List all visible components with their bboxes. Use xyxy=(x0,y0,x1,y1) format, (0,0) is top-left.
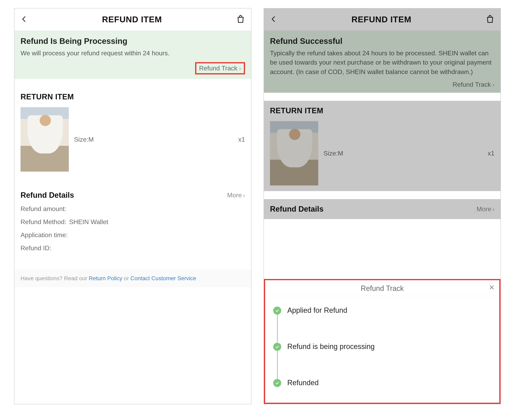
help-mid: or xyxy=(122,275,130,281)
refund-track-sheet: Refund Track ✕ Applied for Refund Refund… xyxy=(264,279,500,404)
track-connector xyxy=(277,315,278,343)
refund-details-more[interactable]: More › xyxy=(227,192,245,199)
refund-status-body: Typically the refund takes about 24 hour… xyxy=(270,48,494,76)
track-step-label: Applied for Refund xyxy=(287,306,491,315)
chevron-right-icon: › xyxy=(239,65,241,72)
back-button[interactable] xyxy=(270,15,277,23)
refund-details-section: Refund Details More › Refund amount: Ref… xyxy=(15,185,251,257)
track-step-label: Refund is being processing xyxy=(287,342,491,351)
page-title: REFUND ITEM xyxy=(102,15,162,24)
chevron-right-icon: › xyxy=(493,206,494,213)
app-header: REFUND ITEM xyxy=(264,8,500,30)
track-connector xyxy=(277,351,278,379)
item-quantity: x1 xyxy=(238,136,245,143)
shopping-bag-button[interactable] xyxy=(486,15,494,24)
track-step: Applied for Refund xyxy=(273,306,491,342)
chevron-left-icon xyxy=(21,15,28,23)
refund-status-title: Refund Is Being Processing xyxy=(21,37,245,46)
product-thumbnail[interactable] xyxy=(21,107,69,172)
detail-label: Refund amount: xyxy=(21,205,66,213)
detail-method: Refund Method: SHEIN Wallet xyxy=(21,218,245,226)
shopping-bag-icon xyxy=(236,15,245,23)
detail-value: SHEIN Wallet xyxy=(69,218,108,226)
item-quantity: x1 xyxy=(488,150,494,157)
shopping-bag-icon xyxy=(486,15,494,23)
refund-details-heading: Refund Details xyxy=(21,191,74,200)
track-step: Refund is being processing xyxy=(273,342,491,379)
chevron-right-icon: › xyxy=(493,81,494,88)
refund-details-heading: Refund Details xyxy=(270,205,323,213)
detail-label: Application time: xyxy=(21,231,68,239)
detail-id: Refund ID: xyxy=(21,244,245,252)
sheet-title: Refund Track xyxy=(361,284,404,292)
check-circle-icon xyxy=(273,379,281,387)
track-list: Applied for Refund Refund is being proce… xyxy=(265,296,499,403)
check-circle-icon xyxy=(273,343,281,351)
detail-label: Refund Method: xyxy=(21,218,66,226)
page-title: REFUND ITEM xyxy=(351,15,411,24)
refund-details-more[interactable]: More › xyxy=(477,205,494,213)
product-thumbnail[interactable] xyxy=(270,121,318,186)
refund-track-label: Refund Track xyxy=(199,65,237,72)
refund-track-link[interactable]: Refund Track › xyxy=(270,81,494,88)
refund-status-banner: Refund Successful Typically the refund t… xyxy=(264,30,500,93)
return-item-row: Size:M x1 xyxy=(270,121,494,186)
return-item-row: Size:M x1 xyxy=(21,107,245,172)
refund-status-body: We will process your refund request with… xyxy=(21,48,245,58)
more-label: More xyxy=(227,192,242,199)
more-label: More xyxy=(477,205,491,213)
check-circle-icon xyxy=(273,307,281,315)
return-item-heading: RETURN ITEM xyxy=(270,106,494,115)
sheet-header: Refund Track ✕ xyxy=(265,280,499,296)
contact-service-link[interactable]: Contact Customer Service xyxy=(130,275,196,281)
detail-label: Refund ID: xyxy=(21,244,51,252)
close-icon: ✕ xyxy=(489,284,494,291)
close-button[interactable]: ✕ xyxy=(489,283,494,292)
screen-refund-successful: REFUND ITEM Refund Successful Typically … xyxy=(263,8,501,404)
refund-status-title: Refund Successful xyxy=(270,37,494,46)
back-button[interactable] xyxy=(21,15,28,23)
item-size: Size:M xyxy=(74,136,94,143)
refund-details-section: Refund Details More › xyxy=(264,199,500,219)
refund-track-link[interactable]: Refund Track › xyxy=(195,62,245,75)
return-policy-link[interactable]: Return Policy xyxy=(89,275,122,281)
refund-status-banner: Refund Is Being Processing We will proce… xyxy=(15,30,251,79)
return-item-heading: RETURN ITEM xyxy=(21,92,245,101)
chevron-left-icon xyxy=(270,15,277,23)
help-bar: Have questions? Read our Return Policy o… xyxy=(15,270,251,287)
item-size: Size:M xyxy=(323,150,343,157)
detail-amount: Refund amount: xyxy=(21,205,245,213)
chevron-right-icon: › xyxy=(243,192,245,199)
refund-track-label: Refund Track xyxy=(453,81,491,88)
app-header: REFUND ITEM xyxy=(15,8,251,30)
detail-time: Application time: xyxy=(21,231,245,239)
shopping-bag-button[interactable] xyxy=(236,15,245,24)
help-prefix: Have questions? Read our xyxy=(21,275,89,281)
track-step: Refunded xyxy=(273,379,491,389)
return-item-section: RETURN ITEM Size:M x1 xyxy=(264,101,500,191)
screen-refund-processing: REFUND ITEM Refund Is Being Processing W… xyxy=(14,8,252,404)
track-step-label: Refunded xyxy=(287,379,491,387)
return-item-section: RETURN ITEM Size:M x1 xyxy=(15,87,251,177)
